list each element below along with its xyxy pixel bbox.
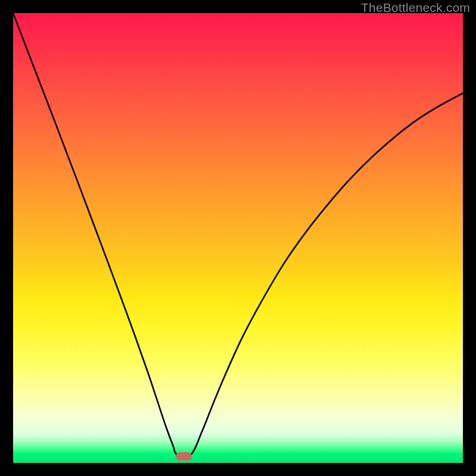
optimal-point-marker <box>176 452 192 461</box>
bottleneck-curve <box>13 13 463 463</box>
chart-frame: TheBottleneck.com <box>0 0 476 476</box>
watermark-text: TheBottleneck.com <box>361 1 470 15</box>
plot-area <box>13 13 463 463</box>
